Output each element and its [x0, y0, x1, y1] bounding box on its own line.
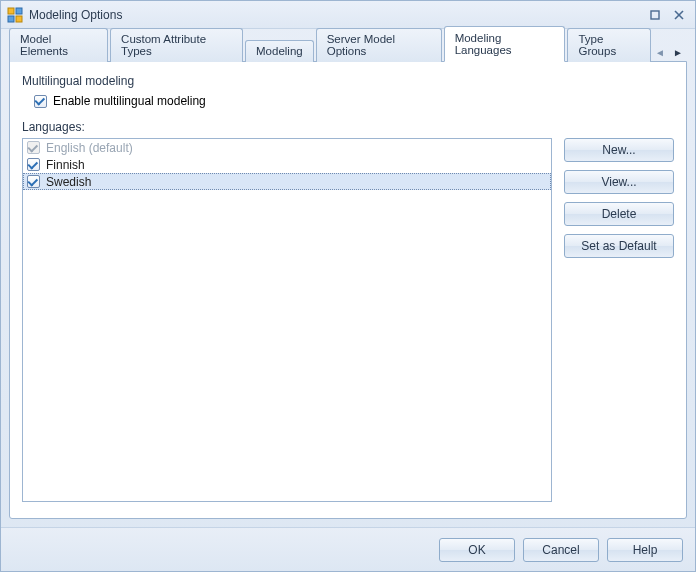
enable-multilingual-row[interactable]: Enable multilingual modeling — [34, 94, 674, 108]
side-buttons: New... View... Delete Set as Default — [564, 138, 674, 502]
language-checkbox — [27, 141, 40, 154]
set-default-button[interactable]: Set as Default — [564, 234, 674, 258]
language-label: Finnish — [46, 158, 85, 172]
modeling-options-window: Modeling Options Model Elements Custom A… — [0, 0, 696, 572]
enable-multilingual-checkbox[interactable] — [34, 95, 47, 108]
tab-panel: Multilingual modeling Enable multilingua… — [9, 61, 687, 519]
list-item: English (default) — [23, 139, 551, 156]
cancel-button[interactable]: Cancel — [523, 538, 599, 562]
language-checkbox[interactable] — [27, 175, 40, 188]
titlebar: Modeling Options — [1, 1, 695, 29]
tab-modeling-languages[interactable]: Modeling Languages — [444, 26, 566, 62]
language-checkbox[interactable] — [27, 158, 40, 171]
svg-rect-4 — [651, 11, 659, 19]
delete-button[interactable]: Delete — [564, 202, 674, 226]
svg-rect-3 — [16, 16, 22, 22]
language-label: Swedish — [46, 175, 91, 189]
list-item[interactable]: Finnish — [23, 156, 551, 173]
window-title: Modeling Options — [29, 8, 641, 22]
svg-rect-1 — [16, 8, 22, 14]
tab-modeling[interactable]: Modeling — [245, 40, 314, 62]
language-label: English (default) — [46, 141, 133, 155]
languages-area: English (default) Finnish Swedish New...… — [22, 138, 674, 502]
help-button[interactable]: Help — [607, 538, 683, 562]
tab-scroll-right-icon[interactable]: ► — [671, 43, 685, 61]
view-button[interactable]: View... — [564, 170, 674, 194]
svg-rect-2 — [8, 16, 14, 22]
tab-scroll: ◄ ► — [653, 43, 687, 61]
maximize-button[interactable] — [645, 7, 665, 23]
tab-type-groups[interactable]: Type Groups — [567, 28, 651, 62]
tab-server-model-options[interactable]: Server Model Options — [316, 28, 442, 62]
content-area: Model Elements Custom Attribute Types Mo… — [1, 29, 695, 527]
tab-model-elements[interactable]: Model Elements — [9, 28, 108, 62]
svg-rect-0 — [8, 8, 14, 14]
enable-multilingual-label: Enable multilingual modeling — [53, 94, 206, 108]
tab-custom-attribute-types[interactable]: Custom Attribute Types — [110, 28, 243, 62]
new-button[interactable]: New... — [564, 138, 674, 162]
tabstrip: Model Elements Custom Attribute Types Mo… — [9, 35, 687, 61]
group-title: Multilingual modeling — [22, 74, 674, 88]
app-icon — [7, 7, 23, 23]
languages-label: Languages: — [22, 120, 674, 134]
list-item[interactable]: Swedish — [23, 173, 551, 190]
languages-listbox[interactable]: English (default) Finnish Swedish — [22, 138, 552, 502]
ok-button[interactable]: OK — [439, 538, 515, 562]
close-button[interactable] — [669, 7, 689, 23]
dialog-footer: OK Cancel Help — [1, 527, 695, 571]
tab-scroll-left-icon[interactable]: ◄ — [653, 43, 667, 61]
